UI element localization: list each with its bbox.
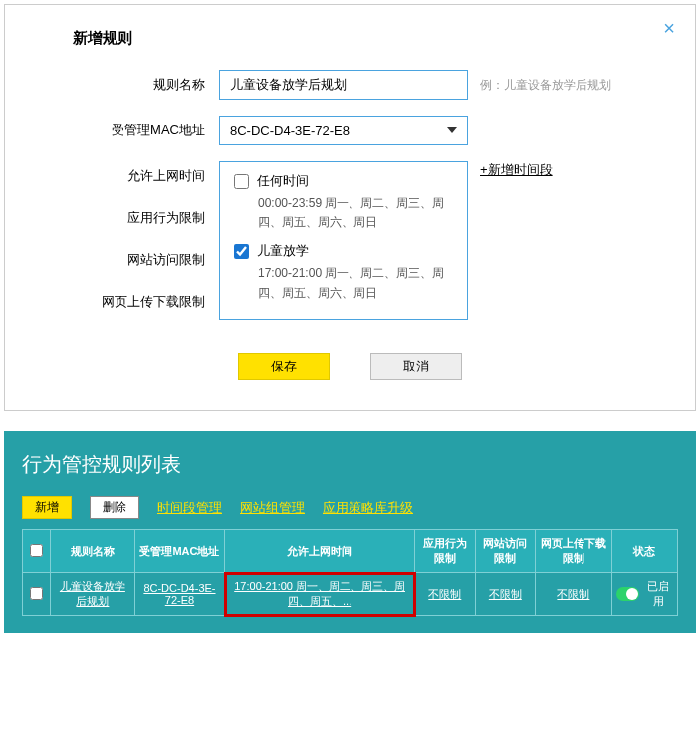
cell-app[interactable]: 不限制 bbox=[428, 588, 461, 600]
label-page-limit: 网页上传下载限制 bbox=[35, 291, 205, 333]
mac-value: 8C-DC-D4-3E-72-E8 bbox=[230, 124, 350, 138]
rule-name-hint: 例：儿童设备放学后规划 bbox=[480, 70, 611, 100]
label-mac: 受管理MAC地址 bbox=[35, 116, 219, 145]
time-slot-detail: 17:00-21:00 周一、周二、周三、周四、周五、周六、周日 bbox=[258, 264, 453, 302]
label-app-limit: 应用行为限制 bbox=[35, 207, 205, 249]
cell-page[interactable]: 不限制 bbox=[557, 588, 589, 600]
row-checkbox[interactable] bbox=[30, 587, 43, 600]
status-label: 已启用 bbox=[643, 579, 673, 609]
col-header: 状态 bbox=[611, 530, 677, 573]
table-row: 儿童设备放学后规划 8C-DC-D4-3E-72-E8 17:00-21:00 … bbox=[23, 573, 678, 616]
cell-mac[interactable]: 8C-DC-D4-3E-72-E8 bbox=[143, 582, 215, 606]
close-icon[interactable]: × bbox=[663, 17, 675, 40]
cell-site[interactable]: 不限制 bbox=[489, 588, 522, 600]
time-slot-name: 儿童放学 bbox=[257, 242, 309, 260]
delete-button[interactable]: 删除 bbox=[90, 496, 139, 519]
cell-rule-name[interactable]: 儿童设备放学后规划 bbox=[60, 580, 125, 607]
cell-time[interactable]: 17:00-21:00 周一、周二、周三、周四、周五、... bbox=[234, 580, 405, 607]
rule-list-section: 行为管控规则列表 新增 删除 时间段管理 网站组管理 应用策略库升级 规则名称 … bbox=[4, 431, 696, 633]
col-header: 应用行为限制 bbox=[415, 530, 475, 573]
time-slot-checkbox[interactable] bbox=[234, 174, 249, 189]
modal-title: 新增规则 bbox=[73, 29, 665, 48]
time-slot-detail: 00:00-23:59 周一、周二、周三、周四、周五、周六、周日 bbox=[258, 194, 453, 232]
status-toggle[interactable]: 已启用 bbox=[616, 579, 673, 609]
label-rule-name: 规则名称 bbox=[35, 70, 219, 100]
label-site-limit: 网站访问限制 bbox=[35, 249, 205, 291]
time-slot-dropdown: 任何时间 00:00-23:59 周一、周二、周三、周四、周五、周六、周日 儿童… bbox=[219, 161, 468, 320]
mac-select[interactable]: 8C-DC-D4-3E-72-E8 bbox=[219, 116, 468, 145]
col-header: 网站访问限制 bbox=[475, 530, 535, 573]
col-header: 网页上传下载限制 bbox=[536, 530, 612, 573]
col-header: 允许上网时间 bbox=[225, 530, 415, 573]
add-rule-modal: × 新增规则 规则名称 例：儿童设备放学后规划 受管理MAC地址 8C-DC-D… bbox=[4, 4, 696, 411]
label-allow-time: 允许上网时间 bbox=[35, 165, 205, 207]
save-button[interactable]: 保存 bbox=[238, 353, 330, 380]
add-time-slot-link[interactable]: +新增时间段 bbox=[480, 161, 553, 179]
col-header: 规则名称 bbox=[51, 530, 135, 573]
section-title: 行为管控规则列表 bbox=[22, 451, 678, 478]
rule-table: 规则名称 受管理MAC地址 允许上网时间 应用行为限制 网站访问限制 网页上传下… bbox=[22, 529, 678, 616]
time-slot-option[interactable]: 儿童放学 17:00-21:00 周一、周二、周三、周四、周五、周六、周日 bbox=[234, 242, 453, 302]
select-all-checkbox[interactable] bbox=[30, 544, 43, 557]
time-mgmt-link[interactable]: 时间段管理 bbox=[157, 499, 222, 517]
site-mgmt-link[interactable]: 网站组管理 bbox=[240, 499, 305, 517]
rule-name-input[interactable] bbox=[219, 70, 468, 100]
app-upgrade-link[interactable]: 应用策略库升级 bbox=[323, 499, 413, 517]
add-button[interactable]: 新增 bbox=[22, 496, 72, 519]
toolbar: 新增 删除 时间段管理 网站组管理 应用策略库升级 bbox=[22, 496, 678, 519]
col-header: 受管理MAC地址 bbox=[134, 530, 224, 573]
time-slot-name: 任何时间 bbox=[257, 172, 309, 190]
cancel-button[interactable]: 取消 bbox=[370, 353, 462, 380]
chevron-down-icon bbox=[447, 127, 457, 133]
time-slot-checkbox[interactable] bbox=[234, 244, 249, 259]
time-slot-option[interactable]: 任何时间 00:00-23:59 周一、周二、周三、周四、周五、周六、周日 bbox=[234, 172, 453, 232]
